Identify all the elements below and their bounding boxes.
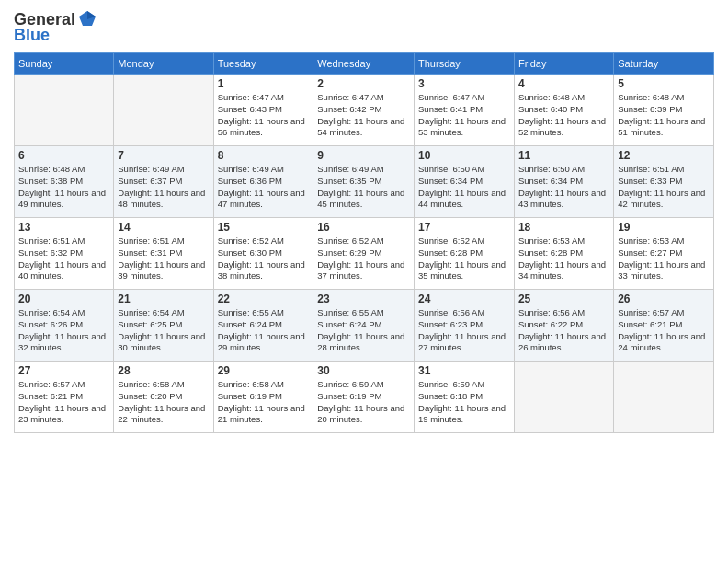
day-info: Sunrise: 6:49 AMSunset: 6:35 PMDaylight:…: [317, 164, 410, 211]
day-info: Sunrise: 6:47 AMSunset: 6:42 PMDaylight:…: [317, 92, 410, 139]
calendar-cell: [15, 75, 114, 146]
day-info: Sunrise: 6:47 AMSunset: 6:41 PMDaylight:…: [418, 92, 510, 139]
day-info: Sunrise: 6:55 AMSunset: 6:24 PMDaylight:…: [317, 307, 410, 354]
day-number: 2: [317, 77, 410, 90]
day-number: 23: [317, 293, 410, 305]
calendar-week-row: 27Sunrise: 6:57 AMSunset: 6:21 PMDayligh…: [15, 362, 714, 433]
day-number: 17: [418, 221, 510, 234]
day-info: Sunrise: 6:49 AMSunset: 6:36 PMDaylight:…: [218, 164, 310, 211]
day-info: Sunrise: 6:55 AMSunset: 6:24 PMDaylight:…: [218, 307, 310, 354]
calendar-cell: 29Sunrise: 6:58 AMSunset: 6:19 PMDayligh…: [213, 362, 313, 433]
calendar-cell: 20Sunrise: 6:54 AMSunset: 6:26 PMDayligh…: [15, 290, 114, 362]
calendar-cell: 18Sunrise: 6:53 AMSunset: 6:28 PMDayligh…: [514, 218, 613, 290]
calendar-week-row: 13Sunrise: 6:51 AMSunset: 6:32 PMDayligh…: [15, 218, 714, 290]
day-info: Sunrise: 6:52 AMSunset: 6:29 PMDaylight:…: [317, 236, 410, 282]
calendar-cell: 22Sunrise: 6:55 AMSunset: 6:24 PMDayligh…: [213, 290, 313, 362]
day-number: 5: [618, 77, 710, 90]
day-number: 16: [317, 221, 410, 234]
day-info: Sunrise: 6:59 AMSunset: 6:18 PMDaylight:…: [418, 379, 510, 426]
logo-flag-icon: [77, 9, 97, 29]
day-number: 15: [218, 221, 310, 234]
day-info: Sunrise: 6:53 AMSunset: 6:27 PMDaylight:…: [618, 236, 710, 282]
calendar-cell: 1Sunrise: 6:47 AMSunset: 6:43 PMDaylight…: [213, 75, 313, 146]
calendar-day-header: Friday: [514, 53, 613, 75]
calendar-week-row: 6Sunrise: 6:48 AMSunset: 6:38 PMDaylight…: [15, 146, 714, 218]
calendar-cell: 11Sunrise: 6:50 AMSunset: 6:34 PMDayligh…: [514, 146, 613, 218]
day-number: 26: [618, 293, 710, 305]
day-number: 8: [218, 149, 310, 162]
day-number: 9: [317, 149, 410, 162]
day-number: 11: [518, 149, 609, 162]
calendar-day-header: Tuesday: [213, 53, 313, 75]
day-info: Sunrise: 6:58 AMSunset: 6:19 PMDaylight:…: [218, 379, 310, 426]
header: General Blue: [14, 9, 714, 45]
calendar-day-header: Sunday: [15, 53, 114, 75]
calendar-cell: 4Sunrise: 6:48 AMSunset: 6:40 PMDaylight…: [514, 75, 613, 146]
day-info: Sunrise: 6:58 AMSunset: 6:20 PMDaylight:…: [118, 379, 209, 426]
calendar-cell: 24Sunrise: 6:56 AMSunset: 6:23 PMDayligh…: [415, 290, 515, 362]
day-info: Sunrise: 6:53 AMSunset: 6:28 PMDaylight:…: [518, 236, 609, 282]
day-number: 13: [18, 221, 109, 234]
calendar-cell: 25Sunrise: 6:56 AMSunset: 6:22 PMDayligh…: [514, 290, 613, 362]
logo: General Blue: [14, 9, 97, 45]
day-info: Sunrise: 6:48 AMSunset: 6:38 PMDaylight:…: [18, 164, 109, 211]
calendar-day-header: Monday: [114, 53, 213, 75]
calendar-cell: 28Sunrise: 6:58 AMSunset: 6:20 PMDayligh…: [114, 362, 213, 433]
calendar-day-header: Saturday: [614, 53, 714, 75]
day-info: Sunrise: 6:50 AMSunset: 6:34 PMDaylight:…: [418, 164, 510, 211]
day-number: 12: [618, 149, 710, 162]
calendar-cell: 13Sunrise: 6:51 AMSunset: 6:32 PMDayligh…: [15, 218, 114, 290]
calendar-cell: 21Sunrise: 6:54 AMSunset: 6:25 PMDayligh…: [114, 290, 213, 362]
calendar-cell: 23Sunrise: 6:55 AMSunset: 6:24 PMDayligh…: [313, 290, 415, 362]
day-info: Sunrise: 6:50 AMSunset: 6:34 PMDaylight:…: [518, 164, 609, 211]
calendar-cell: 16Sunrise: 6:52 AMSunset: 6:29 PMDayligh…: [313, 218, 415, 290]
calendar-cell: 15Sunrise: 6:52 AMSunset: 6:30 PMDayligh…: [213, 218, 313, 290]
day-number: 24: [418, 293, 510, 305]
day-info: Sunrise: 6:59 AMSunset: 6:19 PMDaylight:…: [317, 379, 410, 426]
calendar-week-row: 1Sunrise: 6:47 AMSunset: 6:43 PMDaylight…: [15, 75, 714, 146]
day-info: Sunrise: 6:52 AMSunset: 6:30 PMDaylight:…: [218, 236, 310, 282]
calendar-header-row: SundayMondayTuesdayWednesdayThursdayFrid…: [15, 53, 714, 75]
calendar-week-row: 20Sunrise: 6:54 AMSunset: 6:26 PMDayligh…: [15, 290, 714, 362]
calendar-cell: 19Sunrise: 6:53 AMSunset: 6:27 PMDayligh…: [614, 218, 714, 290]
calendar-cell: 8Sunrise: 6:49 AMSunset: 6:36 PMDaylight…: [213, 146, 313, 218]
calendar-cell: 30Sunrise: 6:59 AMSunset: 6:19 PMDayligh…: [313, 362, 415, 433]
calendar-cell: 7Sunrise: 6:49 AMSunset: 6:37 PMDaylight…: [114, 146, 213, 218]
calendar-cell: 14Sunrise: 6:51 AMSunset: 6:31 PMDayligh…: [114, 218, 213, 290]
calendar-cell: 26Sunrise: 6:57 AMSunset: 6:21 PMDayligh…: [614, 290, 714, 362]
day-info: Sunrise: 6:54 AMSunset: 6:25 PMDaylight:…: [118, 307, 209, 354]
day-info: Sunrise: 6:51 AMSunset: 6:33 PMDaylight:…: [618, 164, 710, 211]
day-number: 27: [18, 364, 109, 377]
day-info: Sunrise: 6:48 AMSunset: 6:39 PMDaylight:…: [618, 92, 710, 139]
calendar-cell: 27Sunrise: 6:57 AMSunset: 6:21 PMDayligh…: [15, 362, 114, 433]
logo-blue: Blue: [14, 26, 50, 45]
day-number: 30: [317, 364, 410, 377]
day-number: 14: [118, 221, 209, 234]
day-info: Sunrise: 6:48 AMSunset: 6:40 PMDaylight:…: [518, 92, 609, 139]
day-number: 31: [418, 364, 510, 377]
day-info: Sunrise: 6:54 AMSunset: 6:26 PMDaylight:…: [18, 307, 109, 354]
day-number: 28: [118, 364, 209, 377]
day-info: Sunrise: 6:49 AMSunset: 6:37 PMDaylight:…: [118, 164, 209, 211]
day-number: 19: [618, 221, 710, 234]
calendar-cell: 9Sunrise: 6:49 AMSunset: 6:35 PMDaylight…: [313, 146, 415, 218]
day-number: 29: [218, 364, 310, 377]
day-info: Sunrise: 6:56 AMSunset: 6:22 PMDaylight:…: [518, 307, 609, 354]
day-number: 10: [418, 149, 510, 162]
day-info: Sunrise: 6:51 AMSunset: 6:32 PMDaylight:…: [18, 236, 109, 282]
calendar-cell: 31Sunrise: 6:59 AMSunset: 6:18 PMDayligh…: [415, 362, 515, 433]
calendar-cell: [514, 362, 613, 433]
day-number: 6: [18, 149, 109, 162]
day-info: Sunrise: 6:57 AMSunset: 6:21 PMDaylight:…: [618, 307, 710, 354]
calendar-table: SundayMondayTuesdayWednesdayThursdayFrid…: [14, 52, 714, 433]
calendar-cell: [614, 362, 714, 433]
calendar-cell: 10Sunrise: 6:50 AMSunset: 6:34 PMDayligh…: [415, 146, 515, 218]
day-number: 3: [418, 77, 510, 90]
day-info: Sunrise: 6:51 AMSunset: 6:31 PMDaylight:…: [118, 236, 209, 282]
calendar-cell: 17Sunrise: 6:52 AMSunset: 6:28 PMDayligh…: [415, 218, 515, 290]
calendar-cell: 5Sunrise: 6:48 AMSunset: 6:39 PMDaylight…: [614, 75, 714, 146]
day-info: Sunrise: 6:57 AMSunset: 6:21 PMDaylight:…: [18, 379, 109, 426]
day-info: Sunrise: 6:47 AMSunset: 6:43 PMDaylight:…: [218, 92, 310, 139]
day-number: 4: [518, 77, 609, 90]
calendar-cell: [114, 75, 213, 146]
